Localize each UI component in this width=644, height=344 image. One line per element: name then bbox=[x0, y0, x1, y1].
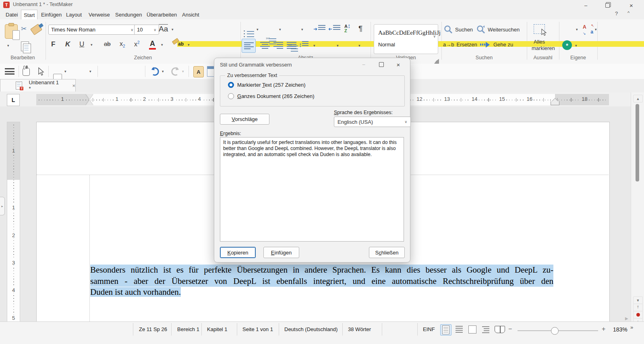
open-file-dropdown[interactable]: ▾ bbox=[89, 69, 91, 73]
underline-dropdown[interactable]: ▾ bbox=[91, 43, 93, 47]
styles-gallery[interactable]: AaBbCcDdEeFfGgHhIiJj Normal ∨ bbox=[374, 24, 438, 54]
bullet-list-dropdown[interactable]: ▾ bbox=[257, 27, 259, 31]
decrease-indent-button[interactable]: ➜ bbox=[328, 25, 340, 32]
scroll-down-icon[interactable]: ▼ bbox=[633, 296, 643, 304]
draft-view-button[interactable] bbox=[454, 324, 464, 335]
align-center-button[interactable] bbox=[258, 39, 271, 52]
document-text[interactable]: Besonders nützlich ist es für perfekte Ü… bbox=[90, 265, 553, 298]
indent-marker[interactable] bbox=[85, 94, 94, 105]
collapse-ribbon-icon[interactable]: ^ bbox=[627, 10, 630, 15]
redo-button[interactable] bbox=[170, 67, 180, 76]
zoom-in-button[interactable]: + bbox=[602, 325, 605, 333]
font-color-dropdown[interactable]: ▾ bbox=[161, 43, 163, 47]
page-layout-view-button[interactable] bbox=[440, 324, 451, 336]
select-all-button[interactable]: Allesmarkieren bbox=[532, 24, 547, 54]
tab-stop-selector[interactable]: L bbox=[7, 94, 20, 106]
italic-button[interactable]: K bbox=[65, 40, 70, 48]
font-size-select[interactable]: 10∨ bbox=[134, 25, 159, 35]
sort-button[interactable]: A↕Z bbox=[344, 23, 350, 33]
dialog-maximize-button[interactable] bbox=[375, 60, 387, 69]
radio-selected-text[interactable]: Markierter Text (257 Zeichen) bbox=[228, 82, 306, 88]
menu-ansicht[interactable]: Ansicht bbox=[180, 10, 202, 19]
hand-tool-icon[interactable] bbox=[23, 68, 30, 76]
h-scroll-right-arrow[interactable]: ▶ bbox=[625, 316, 628, 321]
strikethrough-button[interactable]: ab bbox=[104, 40, 111, 47]
select-tool-icon[interactable] bbox=[37, 67, 44, 76]
v-scrollbar-thumb[interactable] bbox=[636, 104, 639, 181]
new-document-dropdown[interactable]: ▾ bbox=[64, 69, 66, 73]
translate-dropdown[interactable]: ▾ bbox=[595, 27, 597, 31]
line-spacing-button[interactable]: ↕ bbox=[299, 41, 309, 48]
status-word-count[interactable]: 38 Wörter bbox=[348, 326, 371, 332]
status-cursor-position[interactable]: Ze 11 Sp 26 bbox=[139, 326, 167, 332]
highlight-dropdown[interactable]: ▾ bbox=[188, 43, 190, 47]
undo-button[interactable] bbox=[150, 67, 160, 76]
vorlagen-expand-icon[interactable] bbox=[434, 59, 439, 64]
search-next-button[interactable]: Weitersuchen bbox=[476, 25, 520, 34]
restore-button[interactable] bbox=[598, 0, 617, 10]
superscript-button[interactable]: x2 bbox=[134, 40, 140, 48]
radio-whole-document[interactable]: Ganzes Dokument (265 Zeichen) bbox=[228, 93, 315, 99]
line-spacing-dropdown[interactable]: ▾ bbox=[313, 44, 315, 48]
translate-button[interactable]: A a ↖ ↘ bbox=[583, 24, 593, 35]
browse-object-icon[interactable] bbox=[633, 311, 643, 319]
borders-dropdown[interactable]: ▾ bbox=[358, 44, 360, 48]
insert-mode-indicator[interactable]: EINF bbox=[423, 326, 435, 332]
zoom-slider-thumb[interactable] bbox=[551, 327, 559, 335]
justify-button[interactable] bbox=[285, 39, 298, 52]
styles-dropdown[interactable]: ∨ bbox=[433, 34, 436, 38]
paste-special-button[interactable]: A bbox=[193, 66, 204, 77]
change-case-dropdown[interactable]: ▾ bbox=[172, 27, 174, 31]
zoom-out-button[interactable]: − bbox=[508, 325, 512, 333]
language-select[interactable]: Englisch (USA) ∨ bbox=[334, 117, 411, 127]
insert-button[interactable]: Einfügen bbox=[263, 247, 299, 258]
copy-button[interactable] bbox=[21, 42, 29, 51]
right-margin-marker[interactable] bbox=[551, 98, 559, 105]
copy-button[interactable]: Kopieren bbox=[220, 247, 256, 258]
book-view-button[interactable] bbox=[495, 324, 505, 335]
dialog-close-button[interactable]: × bbox=[392, 60, 404, 69]
cut-button[interactable]: ✂ bbox=[21, 25, 27, 33]
help-icon[interactable]: ? bbox=[615, 10, 618, 17]
status-chapter[interactable]: Kapitel 1 bbox=[207, 326, 228, 332]
result-textbox[interactable]: It is particularly useful for perfect tr… bbox=[220, 137, 404, 242]
shading-dropdown[interactable]: ▾ bbox=[337, 44, 339, 48]
font-color-button[interactable]: A bbox=[149, 40, 156, 50]
ai-assistant-button[interactable]: * bbox=[562, 40, 572, 50]
v-scrollbar[interactable]: ▲ ▼ ⤒ ⤓ bbox=[631, 92, 644, 321]
font-name-select[interactable]: Times New Roman∨ bbox=[48, 25, 136, 35]
pilcrow-button[interactable]: ¶ bbox=[358, 24, 362, 33]
close-button[interactable]: × bbox=[622, 0, 640, 10]
hamburger-menu-icon[interactable] bbox=[5, 68, 14, 75]
increase-indent-button[interactable]: ➜ bbox=[313, 25, 325, 32]
underline-button[interactable]: U bbox=[79, 40, 84, 48]
bold-button[interactable]: F bbox=[51, 40, 55, 48]
v-ruler[interactable]: 1 12345 bbox=[7, 122, 20, 321]
format-painter-button[interactable] bbox=[30, 24, 42, 35]
align-left-button[interactable] bbox=[242, 39, 256, 53]
close-dialog-button[interactable]: Schließen bbox=[369, 247, 405, 258]
menu-layout[interactable]: Layout bbox=[64, 10, 84, 19]
change-case-button[interactable]: Aa bbox=[159, 24, 168, 33]
menu-start[interactable]: Start bbox=[21, 10, 37, 20]
tab-close-icon[interactable]: × bbox=[72, 83, 75, 89]
replace-button[interactable]: a→b Ersetzen bbox=[443, 42, 477, 48]
status-section[interactable]: Bereich 1 bbox=[177, 326, 199, 332]
outline-view-button[interactable] bbox=[480, 324, 491, 335]
minimize-button[interactable]: – bbox=[577, 0, 595, 10]
zoom-level[interactable]: 183% bbox=[613, 326, 627, 333]
suggestions-button[interactable]: Vorschläge bbox=[220, 114, 269, 125]
document-tab[interactable]: Unbenannt 1 * × bbox=[0, 79, 76, 92]
undo-dropdown[interactable]: ▾ bbox=[162, 69, 164, 73]
menu-ueberarbeiten[interactable]: Überarbeiten bbox=[144, 10, 179, 19]
subscript-button[interactable]: x2 bbox=[120, 40, 125, 48]
previous-page-icon[interactable]: ⤒ bbox=[633, 304, 643, 311]
status-overflow-chevron[interactable]: » bbox=[630, 324, 633, 330]
scroll-up-icon[interactable]: ▲ bbox=[633, 95, 643, 102]
ai-assistant-dropdown[interactable]: ▾ bbox=[575, 44, 577, 48]
status-language[interactable]: Deutsch (Deutschland) bbox=[284, 326, 338, 332]
goto-button[interactable]: Gehe zu bbox=[480, 42, 513, 48]
search-button[interactable]: Suchen bbox=[444, 25, 473, 34]
paste-dropdown[interactable]: ▾ bbox=[7, 44, 9, 48]
menu-einfuegen[interactable]: Einfügen bbox=[39, 10, 64, 19]
